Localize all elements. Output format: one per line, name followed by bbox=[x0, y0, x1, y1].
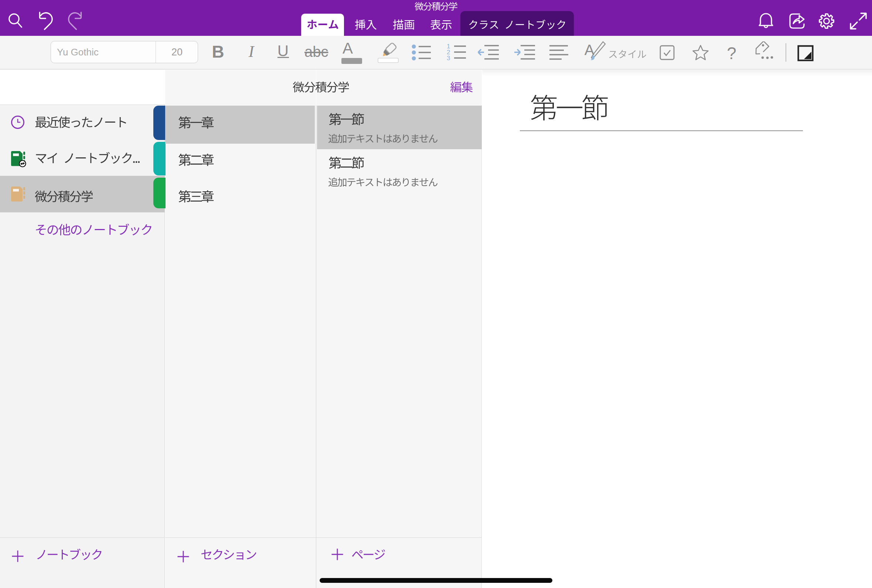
svg-text:3: 3 bbox=[447, 55, 450, 62]
